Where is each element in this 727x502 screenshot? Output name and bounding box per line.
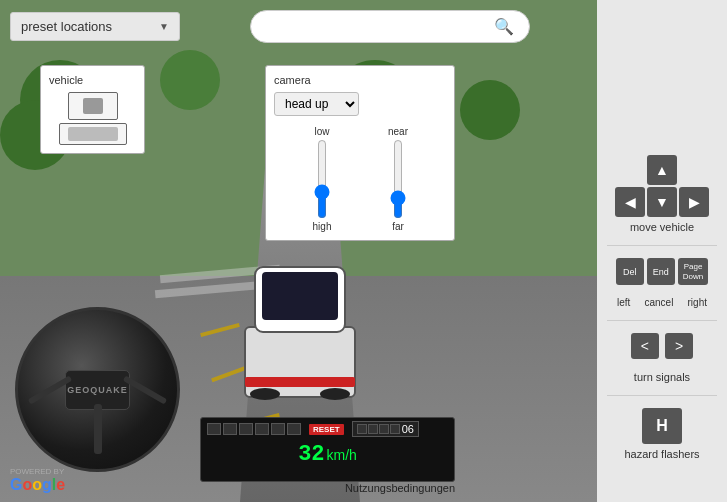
hazard-label: hazard flashers: [624, 448, 699, 460]
del-end-pgdn-group: Del End PageDown: [616, 258, 708, 285]
speed-blocks: [207, 423, 301, 435]
steering-brand: GEOQUAKE: [67, 385, 128, 395]
hazard-section: H hazard flashers: [624, 408, 699, 460]
camera-slider-zoom[interactable]: [388, 139, 408, 219]
dpad: ▲ ◀ ▼ ▶: [615, 155, 709, 217]
cancel-label: cancel: [644, 297, 673, 308]
end-button[interactable]: End: [647, 258, 675, 285]
left-right-labels: left cancel right: [617, 297, 707, 308]
gear-display: 06: [352, 421, 419, 437]
svg-rect-3: [245, 377, 355, 387]
slider-low-label: low: [314, 126, 329, 137]
turn-right-button[interactable]: >: [665, 333, 693, 359]
terms-link[interactable]: Nutzungsbedingungen: [345, 482, 455, 494]
steering-wheel: GEOQUAKE: [15, 307, 180, 472]
block-2: [223, 423, 237, 435]
camera-sliders: low high near far: [274, 126, 446, 232]
vertical-slider-group-2: near far: [388, 126, 408, 232]
gear-value: 06: [402, 423, 414, 435]
svg-point-5: [320, 388, 350, 400]
move-up-button[interactable]: ▲: [647, 155, 677, 185]
slider-near-label: near: [388, 126, 408, 137]
block-4: [255, 423, 269, 435]
vehicle-view: [49, 92, 136, 145]
turn-left-button[interactable]: <: [631, 333, 659, 359]
top-bar: preset locations ▼ 🔍: [10, 10, 590, 43]
search-input[interactable]: [266, 19, 494, 34]
reset-button[interactable]: RESET: [309, 424, 344, 435]
main-container: GEOQUAKE RESET: [0, 0, 727, 502]
block-6: [287, 423, 301, 435]
camera-panel-title: camera: [274, 74, 446, 86]
search-icon[interactable]: 🔍: [494, 17, 514, 36]
preset-locations-dropdown[interactable]: preset locations ▼: [10, 12, 180, 41]
tree-6: [460, 80, 520, 140]
separator-2: [607, 320, 717, 321]
vehicle-panel: vehicle: [40, 65, 145, 154]
vehicle-top-view: [68, 92, 118, 120]
pgdn-button[interactable]: PageDown: [678, 258, 708, 285]
search-bar: 🔍: [250, 10, 530, 43]
slider-far-label: far: [392, 221, 404, 232]
speedometer-area: RESET 06 32 km/h: [200, 417, 455, 482]
separator-1: [607, 245, 717, 246]
preset-locations-label: preset locations: [21, 19, 112, 34]
vertical-slider-group-1: low high: [312, 126, 332, 232]
google-logo: G o o g l e: [10, 476, 65, 494]
right-controls-content: ▲ ◀ ▼ ▶ move vehicle Del End PageDown le…: [607, 15, 717, 460]
speed-unit: km/h: [327, 447, 357, 463]
scene-car: [240, 262, 360, 402]
turn-signals-label: turn signals: [634, 371, 690, 383]
block-5: [271, 423, 285, 435]
camera-mode-select[interactable]: head up follow overhead: [274, 92, 359, 116]
camera-dropdown-row: head up follow overhead: [274, 92, 446, 116]
move-vehicle-label: move vehicle: [630, 221, 694, 233]
move-right-button[interactable]: ▶: [679, 187, 709, 217]
left-label: left: [617, 297, 630, 308]
right-panel: ▲ ◀ ▼ ▶ move vehicle Del End PageDown le…: [597, 0, 727, 502]
camera-panel: camera head up follow overhead low high …: [265, 65, 455, 241]
tree-3: [160, 50, 220, 110]
move-down-button[interactable]: ▼: [647, 187, 677, 217]
move-vehicle-section: ▲ ◀ ▼ ▶ move vehicle: [615, 155, 709, 233]
chevron-down-icon: ▼: [159, 21, 169, 32]
vehicle-panel-title: vehicle: [49, 74, 136, 86]
speed-value: 32: [298, 442, 324, 467]
powered-by-text: POWERED BY: [10, 467, 65, 476]
block-1: [207, 423, 221, 435]
hazard-button[interactable]: H: [642, 408, 682, 444]
svg-point-4: [250, 388, 280, 400]
google-brand: POWERED BY G o o g l e: [10, 467, 65, 494]
right-label: right: [688, 297, 707, 308]
camera-slider-vertical[interactable]: [312, 139, 332, 219]
svg-rect-2: [262, 272, 338, 320]
del-button[interactable]: Del: [616, 258, 644, 285]
turn-signals-group: < >: [631, 333, 693, 359]
slider-high-label: high: [313, 221, 332, 232]
street-view: GEOQUAKE RESET: [0, 0, 600, 502]
separator-3: [607, 395, 717, 396]
move-left-button[interactable]: ◀: [615, 187, 645, 217]
block-3: [239, 423, 253, 435]
vehicle-side-view: [59, 123, 127, 145]
